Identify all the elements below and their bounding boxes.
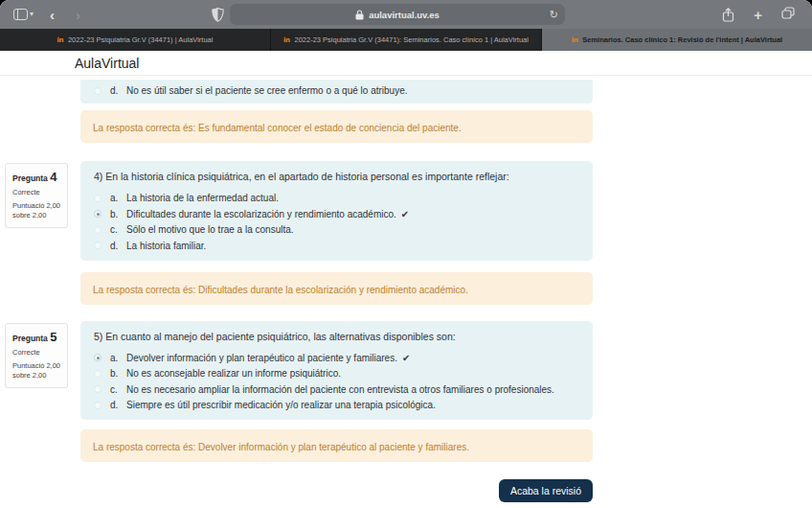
aulavirtual-favicon-icon: in bbox=[572, 36, 577, 44]
question-number: 5 bbox=[50, 330, 56, 344]
radio-button[interactable] bbox=[94, 195, 102, 202]
radio-button[interactable] bbox=[94, 402, 102, 409]
answer-option[interactable]: c. No es necesario ampliar la informació… bbox=[94, 384, 579, 395]
aulavirtual-favicon-icon: in bbox=[283, 36, 289, 44]
radio-button[interactable] bbox=[94, 370, 102, 378]
answer-option[interactable]: b. No es aconsejable realizar un informe… bbox=[94, 368, 579, 379]
feedback-box: La resposta correcta és: Devolver inform… bbox=[80, 429, 593, 462]
question-number: 4 bbox=[50, 170, 56, 184]
question-4-block: Pregunta 4 Correcte Puntuació 2,00 sobre… bbox=[80, 161, 593, 261]
answer-option[interactable]: c. Sólo el motivo que lo trae a la consu… bbox=[94, 224, 579, 235]
radio-button[interactable] bbox=[94, 242, 102, 249]
question-state: Correcte bbox=[12, 348, 61, 357]
tab-overview-icon[interactable] bbox=[781, 6, 795, 23]
page-content: AulaVirtual d. No es útil saber si el pa… bbox=[0, 51, 812, 508]
lock-icon bbox=[355, 10, 364, 20]
question-grade: Puntuació 2,00 sobre 2,00 bbox=[12, 361, 61, 381]
radio-button[interactable] bbox=[94, 226, 102, 234]
question-3-partial: d. No es útil saber si el paciente se cr… bbox=[80, 80, 593, 104]
url-text: aulavirtual.uv.es bbox=[369, 10, 440, 20]
answer-option-selected[interactable]: b. Dificultades durante la escolarizació… bbox=[94, 209, 579, 219]
forward-button[interactable]: › bbox=[67, 8, 89, 22]
answer-option[interactable]: d. La historia familiar. bbox=[94, 241, 579, 251]
tab-revisio-intent-active[interactable]: in Seminarios. Caso clínico 1: Revisió d… bbox=[542, 29, 812, 51]
question-4-body: 4) En la historia clínica psiquiátrica, … bbox=[80, 161, 593, 261]
chevron-down-icon: ▾ bbox=[30, 11, 34, 18]
radio-button[interactable] bbox=[94, 87, 102, 95]
tab-bar: in 2022-23 Psiquiatria Gr.V (34471) | Au… bbox=[0, 29, 812, 51]
browser-window: ▾ ‹ › aulavirtual.uv.es ↻ bbox=[0, 0, 812, 508]
new-tab-button[interactable]: + bbox=[754, 8, 762, 22]
question-grade: Puntuació 2,00 sobre 2,00 bbox=[12, 201, 61, 220]
question-state: Correcte bbox=[12, 188, 61, 196]
answer-option[interactable]: d. No es útil saber si el paciente se cr… bbox=[94, 85, 579, 96]
privacy-shield-icon[interactable] bbox=[212, 8, 224, 22]
site-header: AulaVirtual bbox=[0, 51, 812, 76]
radio-button[interactable] bbox=[94, 385, 102, 393]
reload-icon[interactable]: ↻ bbox=[550, 10, 558, 20]
back-button[interactable]: ‹ bbox=[41, 8, 63, 22]
radio-button-checked[interactable] bbox=[94, 354, 102, 361]
finish-review-button[interactable]: Acaba la revisió bbox=[499, 479, 593, 502]
feedback-box: La resposta correcta és: Es fundamental … bbox=[80, 110, 593, 143]
aulavirtual-favicon-icon: in bbox=[57, 36, 63, 44]
address-bar[interactable]: aulavirtual.uv.es ↻ bbox=[230, 4, 565, 25]
share-icon[interactable] bbox=[722, 8, 734, 22]
answer-option-selected[interactable]: a. Devolver información y plan terapéuti… bbox=[94, 353, 579, 363]
question-label: Pregunta bbox=[12, 334, 48, 343]
browser-toolbar: ▾ ‹ › aulavirtual.uv.es ↻ bbox=[0, 0, 812, 29]
question-4-info: Pregunta 4 Correcte Puntuació 2,00 sobre… bbox=[5, 163, 68, 228]
question-5-block: Pregunta 5 Correcte Puntuació 2,00 sobre… bbox=[80, 321, 593, 421]
aulavirtual-brand[interactable]: AulaVirtual bbox=[75, 56, 139, 71]
question-5-body: 5) En cuanto al manejo del paciente psiq… bbox=[80, 321, 593, 421]
question-text: 4) En la historia clínica psiquiátrica, … bbox=[94, 171, 579, 182]
answer-option[interactable]: d. Siempre es útil prescribir medicación… bbox=[94, 400, 579, 410]
sidebar-toggle-button[interactable]: ▾ bbox=[10, 6, 37, 23]
question-5-info: Pregunta 5 Correcte Puntuació 2,00 sobre… bbox=[5, 323, 68, 388]
radio-button-checked[interactable] bbox=[94, 210, 102, 218]
question-text: 5) En cuanto al manejo del paciente psiq… bbox=[94, 331, 579, 342]
sidebar-icon bbox=[13, 9, 28, 20]
answer-option[interactable]: a. La historia de la enfermedad actual. bbox=[94, 193, 579, 203]
tab-seminarios-caso-clinico[interactable]: in 2022-23 Psiquiatria Gr.V (34471): Sem… bbox=[271, 29, 542, 51]
question-label: Pregunta bbox=[12, 173, 48, 183]
tab-psiquiatria-course[interactable]: in 2022-23 Psiquiatria Gr.V (34471) | Au… bbox=[0, 29, 271, 51]
feedback-box: La resposta correcta és: Dificultades du… bbox=[80, 272, 593, 305]
correct-check-icon: ✔ bbox=[401, 209, 409, 219]
correct-check-icon: ✔ bbox=[402, 353, 410, 363]
